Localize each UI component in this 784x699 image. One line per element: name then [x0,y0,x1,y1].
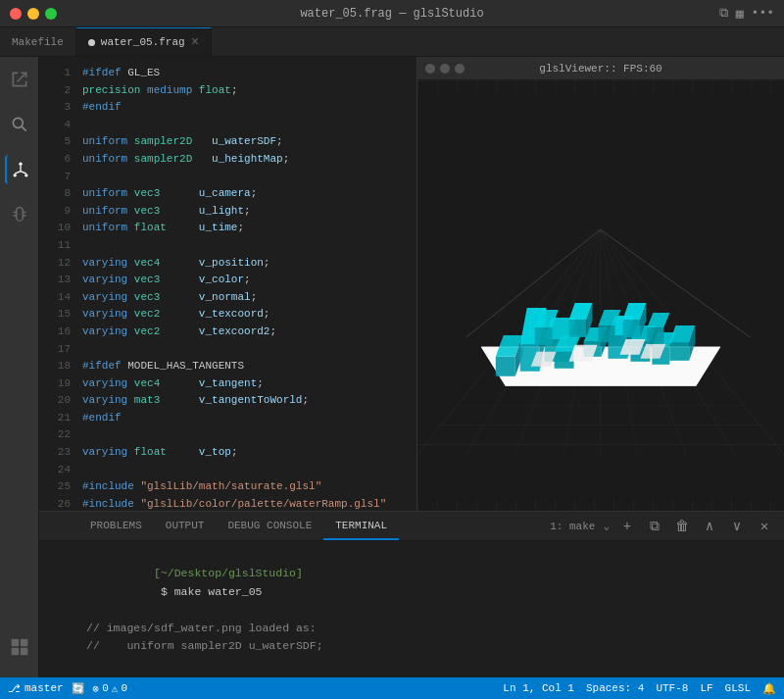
code-line-22 [82,426,409,444]
code-content[interactable]: #ifdef GL_ESprecision mediump float;#end… [74,57,416,511]
water05-tab-label: water_05.frag [101,36,185,48]
line-ending[interactable]: LF [700,682,712,694]
svg-point-0 [13,118,23,127]
indentation[interactable]: Spaces: 4 [586,682,644,694]
code-line-17 [82,341,409,359]
terminal-content[interactable]: [~/Desktop/glslStudio] $ make water_05 /… [39,541,784,677]
warning-count: 0 [121,682,127,694]
svg-marker-66 [599,325,615,342]
titlebar: water_05.frag — glslStudio ⧉ ▦ ••• [0,0,784,27]
activity-debug[interactable] [5,200,34,229]
close-button[interactable] [10,8,22,20]
activity-search[interactable] [5,110,34,139]
terminal-output-indent: // [154,675,194,677]
code-line-12: varying vec4 v_position; [82,255,409,273]
viewer-title: glslViewer:: FPS:60 [539,63,662,75]
close-panel-btn[interactable]: ✕ [755,517,774,536]
terminal-output-2: // uniform sampler2D u_waterSDF; [86,637,776,655]
svg-rect-11 [20,648,27,656]
svg-rect-8 [11,639,19,647]
panel-actions: 1: make ⌄ + ⧉ 🗑 ∧ ∨ ✕ [550,512,774,540]
svg-line-7 [21,172,26,175]
code-line-11 [82,237,409,255]
delete-terminal-btn[interactable]: 🗑 [672,517,692,536]
code-line-13: varying vec3 v_color; [82,272,409,289]
viewer-panel: glslViewer:: FPS:60 [416,57,784,511]
svg-rect-10 [11,648,19,656]
svg-point-3 [13,174,16,176]
terminal-prompt-line: [~/Desktop/glslStudio] $ make water_05 [86,547,776,620]
split-editor-icon[interactable]: ⧉ [719,6,728,21]
svg-rect-9 [20,639,27,647]
svg-marker-61 [535,327,553,345]
maximize-panel-btn[interactable]: ∧ [700,517,719,536]
code-line-23: varying float v_top; [82,444,409,462]
code-line-18: #ifdef MODEL_HAS_TANGENTS [82,358,409,375]
file-encoding[interactable]: UTF-8 [656,682,688,694]
titlebar-actions: ⧉ ▦ ••• [719,6,774,22]
viewer-titlebar: glslViewer:: FPS:60 [417,57,784,80]
window-title: water_05.frag — glslStudio [300,7,483,21]
tab-debug-console[interactable]: DEBUG CONSOLE [216,512,323,540]
viewer-max-btn[interactable] [455,64,465,74]
statusbar-errors[interactable]: ⊗ 0 ⚠ 0 [93,682,127,695]
error-count: 0 [102,682,109,694]
code-line-2: precision mediump float; [82,82,409,100]
error-icon: ⊗ [93,682,100,695]
statusbar-left: ⎇ master 🔄 ⊗ 0 ⚠ 0 [8,682,127,695]
svg-line-6 [15,172,21,175]
code-line-6: uniform sampler2D u_heightMap; [82,151,409,169]
statusbar-right: Ln 1, Col 1 Spaces: 4 UTF-8 LF GLSL 🔔 [503,682,776,695]
git-branch-name: master [24,682,64,694]
svg-marker-54 [669,343,689,361]
tab-bar: Makefile water_05.frag × [0,27,784,57]
activity-bar [0,57,39,677]
tab-terminal[interactable]: TERMINAL [323,512,399,540]
terminal-output-1: // images/sdf_water.png loaded as: [86,620,776,637]
terminal-cwd: [~/Desktop/glslStudio] [154,567,303,579]
git-branch[interactable]: ⎇ master [8,682,64,695]
minimize-button[interactable] [27,8,39,20]
sync-icon: 🔄 [72,682,85,695]
tab-problems[interactable]: PROBLEMS [78,512,154,540]
svg-marker-68 [622,320,640,337]
code-line-24 [82,462,409,479]
code-line-8: uniform vec3 u_camera; [82,185,409,203]
code-line-9: uniform vec3 u_light; [82,203,409,221]
language-mode[interactable]: GLSL [725,682,751,694]
activity-git[interactable] [5,155,34,184]
status-bar: ⎇ master 🔄 ⊗ 0 ⚠ 0 Ln 1, Col 1 Spaces: 4… [0,677,784,699]
warning-icon: ⚠ [112,682,119,695]
viewer-min-btn[interactable] [440,64,450,74]
tab-makefile[interactable]: Makefile [0,27,76,56]
layout-icon[interactable]: ▦ [736,6,744,22]
maximize-button[interactable] [45,8,57,20]
minimize-panel-btn[interactable]: ∨ [727,517,747,536]
code-editor[interactable]: 1234567891011121314151617181920212223242… [39,57,416,511]
code-line-10: uniform float u_time; [82,220,409,237]
terminal-output-3: // // uniform vec2 u_waterSDFResolution; [86,655,776,677]
activity-explorer[interactable] [5,65,34,94]
notification-bell-icon[interactable]: 🔔 [762,682,776,695]
tab-dot [88,39,95,46]
more-icon[interactable]: ••• [752,6,774,21]
svg-point-4 [24,174,27,176]
code-line-16: varying vec2 v_texcoord2; [82,324,409,341]
statusbar-sync[interactable]: 🔄 [72,682,85,695]
add-terminal-btn[interactable]: + [617,517,637,536]
viewer-window-controls [425,64,465,74]
svg-marker-33 [496,357,515,376]
code-line-4 [82,117,409,134]
tab-water05[interactable]: water_05.frag × [76,27,212,56]
task-label: 1: make [550,521,595,532]
3d-visualization [417,80,784,511]
code-line-25: #include "glslLib/math/saturate.glsl" [82,478,409,496]
tab-close-icon[interactable]: × [191,35,199,49]
activity-extensions[interactable] [5,632,34,662]
code-line-7 [82,169,409,186]
bottom-panel: PROBLEMS OUTPUT DEBUG CONSOLE TERMINAL 1… [39,511,784,677]
cursor-position[interactable]: Ln 1, Col 1 [503,682,574,694]
viewer-close-btn[interactable] [425,64,435,74]
split-terminal-btn[interactable]: ⧉ [645,517,664,536]
tab-output[interactable]: OUTPUT [154,512,217,540]
